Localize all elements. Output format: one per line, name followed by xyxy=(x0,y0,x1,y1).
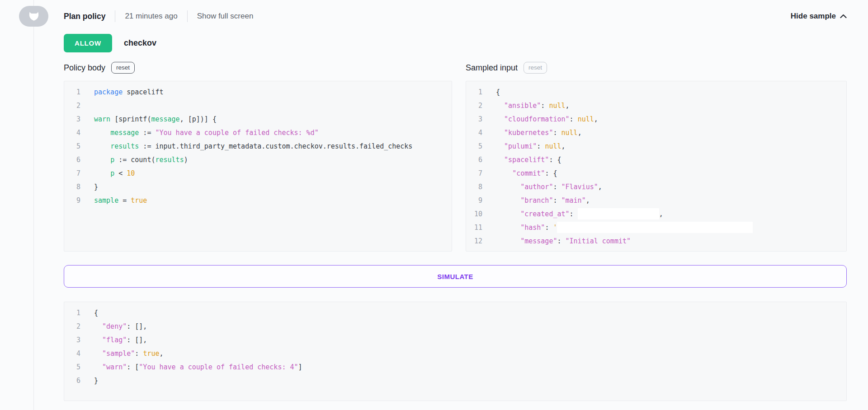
code-token: null xyxy=(549,102,565,110)
code-token: results xyxy=(110,142,139,150)
code-token: : xyxy=(135,349,143,358)
simulate-button[interactable]: SIMULATE xyxy=(64,265,847,288)
code-token xyxy=(496,115,504,123)
line-number: 12 xyxy=(472,234,482,248)
chevron-up-icon xyxy=(840,14,847,19)
line-number: 1 xyxy=(472,85,482,99)
code-text: } xyxy=(94,180,98,194)
code-token: ' xyxy=(553,224,557,232)
code-token: , xyxy=(160,349,164,358)
code-token xyxy=(94,336,102,344)
code-line: 6 "spacelift": { xyxy=(472,153,846,167)
line-number: 2 xyxy=(70,320,80,333)
code-token: message xyxy=(110,129,139,137)
code-text: } xyxy=(94,374,98,387)
simulation-output-panel: 1{2 "deny": [],3 "flag": [],4 "sample": … xyxy=(64,302,847,401)
code-token: "branch" xyxy=(520,196,553,205)
line-number: 3 xyxy=(472,112,482,126)
code-token: := xyxy=(139,129,155,137)
code-token: : xyxy=(557,237,565,245)
code-line: 1package spacelift xyxy=(70,85,452,99)
code-line: 6 p := count(results) xyxy=(70,153,452,167)
code-token xyxy=(496,142,504,150)
policy-body-title: Policy body xyxy=(64,63,105,73)
code-token: results xyxy=(155,156,184,164)
code-token: , xyxy=(566,102,570,110)
code-token xyxy=(496,183,520,191)
code-token: : xyxy=(537,142,545,150)
code-token: : [ xyxy=(127,363,139,371)
code-text: "cloudformation": null, xyxy=(496,112,598,126)
code-text: { xyxy=(496,85,500,99)
code-token xyxy=(496,210,520,218)
code-token: , [p])] { xyxy=(180,115,217,123)
policy-body-header: Policy body reset xyxy=(64,60,135,75)
code-token: := count( xyxy=(114,156,155,164)
code-token: : [], xyxy=(127,336,147,344)
code-token: , xyxy=(561,142,566,150)
hide-sample-toggle[interactable]: Hide sample xyxy=(791,12,847,21)
code-line: 3 "flag": [], xyxy=(70,333,846,347)
code-line: 3 "cloudformation": null, xyxy=(472,112,846,126)
code-text: "created_at": , xyxy=(496,207,663,221)
code-token: warn xyxy=(94,115,110,123)
code-line: 1{ xyxy=(70,306,846,320)
page-title: Plan policy xyxy=(64,12,105,21)
line-number: 2 xyxy=(70,99,80,112)
sampled-input-editor[interactable]: 1{2 "ansible": null,3 "cloudformation": … xyxy=(466,81,847,252)
sampled-input-header: Sampled input reset xyxy=(466,60,547,75)
line-number: 6 xyxy=(472,153,482,167)
line-number: 7 xyxy=(70,167,80,180)
code-token xyxy=(94,363,102,371)
code-token: : xyxy=(541,102,549,110)
code-token: } xyxy=(94,183,98,191)
code-token: } xyxy=(94,377,98,385)
code-line: 5 results := input.third_party_metadata.… xyxy=(70,140,452,153)
code-line: 5 "warn": ["You have a couple of failed … xyxy=(70,360,846,374)
code-token xyxy=(94,142,110,150)
code-token: "You have a couple of failed checks: %d" xyxy=(155,129,318,137)
code-text: "message": "Initial commit" xyxy=(496,234,631,248)
sampled-input-title: Sampled input xyxy=(466,63,518,73)
code-token: : xyxy=(545,224,553,232)
code-token: , xyxy=(659,210,663,218)
code-token: spacelift xyxy=(123,88,163,96)
code-line: 7 p < 10 xyxy=(70,167,452,180)
sampled-input-reset-button[interactable]: reset xyxy=(524,62,547,74)
show-full-screen-link[interactable]: Show full screen xyxy=(197,12,254,21)
line-number: 8 xyxy=(70,180,80,194)
line-number: 5 xyxy=(70,140,80,153)
line-number: 4 xyxy=(70,126,80,140)
code-token: "message" xyxy=(520,237,557,245)
code-text: "branch": "main", xyxy=(496,194,590,207)
code-token: : [], xyxy=(127,322,147,331)
code-token: : xyxy=(570,210,578,218)
code-text: { xyxy=(94,306,98,320)
redacted-value xyxy=(578,208,659,219)
code-token: = xyxy=(118,196,131,205)
code-text: "kubernetes": null, xyxy=(496,126,582,140)
redacted-value xyxy=(557,222,753,233)
code-token: "deny" xyxy=(102,322,127,331)
line-number: 11 xyxy=(472,221,482,234)
code-token: "Initial commit" xyxy=(566,237,631,245)
code-text: "warn": ["You have a couple of failed ch… xyxy=(94,360,302,374)
code-token: "created_at" xyxy=(520,210,569,218)
line-number: 5 xyxy=(70,360,80,374)
code-token: "sample" xyxy=(102,349,135,358)
policy-reset-button[interactable]: reset xyxy=(111,62,135,74)
code-token: 10 xyxy=(127,169,135,177)
code-text: "spacelift": { xyxy=(496,153,561,167)
code-token: , xyxy=(586,196,590,205)
policy-body-editor[interactable]: 1package spacelift23warn [sprintf(messag… xyxy=(64,81,452,252)
code-token: : { xyxy=(549,156,561,164)
result-row: ALLOW checkov xyxy=(64,34,156,52)
code-text: results := input.third_party_metadata.cu… xyxy=(94,140,412,153)
code-line: 11 "hash": ' xyxy=(472,221,846,234)
code-token xyxy=(94,169,110,177)
policy-avatar xyxy=(19,6,48,27)
code-token: "commit" xyxy=(512,169,545,177)
code-text: message := "You have a couple of failed … xyxy=(94,126,319,140)
code-text: p < 10 xyxy=(94,167,135,180)
code-token: "spacelift" xyxy=(504,156,549,164)
